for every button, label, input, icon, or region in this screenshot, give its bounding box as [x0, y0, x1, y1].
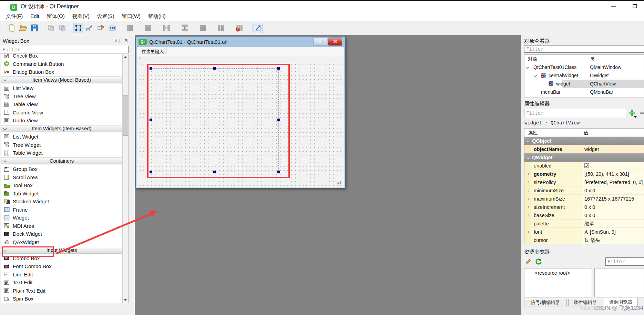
property-row-basesize[interactable]: baseSize0 x 0 [524, 211, 644, 220]
chevron-right-icon[interactable] [527, 189, 529, 192]
chevron-right-icon[interactable] [527, 206, 529, 209]
splitter-vertical-button[interactable] [180, 23, 190, 33]
widget-box-scrollbar[interactable] [122, 54, 128, 303]
inspector-row-widget[interactable]: widgetQChartView [524, 80, 644, 88]
menu-help[interactable]: 帮助(H) [144, 12, 170, 21]
widgetbox-item-tree-view[interactable]: Tree View [1, 92, 122, 101]
widget-box-filter-input[interactable] [1, 46, 129, 53]
reload-resources-button[interactable] [534, 257, 543, 266]
chevron-right-icon[interactable] [527, 214, 529, 217]
form-close-button[interactable]: ✕ [328, 38, 342, 45]
property-value-cell[interactable]: A[SimSun, 9] [582, 228, 644, 236]
chevron-right-icon[interactable] [527, 197, 529, 200]
widgetbox-item-qaxwidget[interactable]: QAxWidget [1, 238, 122, 246]
chevron-right-icon[interactable] [527, 173, 529, 175]
widgetbox-item-line-edit[interactable]: Line Edit [1, 271, 122, 279]
widgetbox-item-dialog-button-box[interactable]: Dialog Button Box [1, 68, 122, 76]
widgetbox-item-text-edit[interactable]: Text Edit [1, 278, 122, 287]
chevron-right-icon[interactable] [527, 181, 529, 184]
scroll-up-button[interactable] [123, 54, 128, 60]
resource-files-pane[interactable] [594, 268, 644, 297]
widgetbox-item-tool-box[interactable]: Tool Box [1, 181, 122, 190]
property-value-cell[interactable]: widget [582, 145, 644, 153]
widgetbox-item-scroll-area[interactable]: Scroll Area [1, 173, 122, 182]
section-header-item-widgets[interactable]: Item Widgets (Item-Based) [1, 125, 122, 133]
resource-filter-input[interactable] [605, 257, 644, 266]
widgetbox-item-undo-view[interactable]: Undo View [1, 116, 122, 125]
remove-property-button[interactable] [640, 112, 644, 114]
widgetbox-item-widget[interactable]: Widget [1, 214, 122, 222]
edit-tab-order-button[interactable]: 123 [107, 23, 117, 33]
layout-horizontal-button[interactable] [125, 23, 135, 33]
property-value-cell[interactable]: 0 x 0 [582, 186, 644, 195]
property-row-palette[interactable]: palette继承 [524, 220, 644, 228]
open-form-button[interactable] [18, 23, 28, 33]
property-row-font[interactable]: fontA[SimSun, 9] [524, 228, 644, 236]
edit-signals-slots-button[interactable] [84, 23, 95, 33]
widgetbox-item-dock-widget[interactable]: Dock Widget [1, 230, 122, 238]
widgetbox-item-frame[interactable]: Frame [1, 206, 122, 214]
save-form-button[interactable] [29, 23, 40, 33]
property-row-maximumsize[interactable]: maximumSize16777215 x 16777215 [524, 195, 644, 203]
widgetbox-item-stacked-widget[interactable]: Stacked Widget [1, 197, 122, 206]
edit-resources-button[interactable] [524, 257, 532, 266]
property-filter-input[interactable] [524, 109, 626, 117]
minimize-button[interactable] [605, 1, 621, 12]
resource-root-item[interactable]: <resource root> [535, 270, 570, 276]
widgetbox-item-plain-text-edit[interactable]: Plain Text Edit [1, 287, 122, 295]
property-value-cell[interactable]: [(50, 20), 441 x 301] [582, 170, 644, 178]
property-value-cell[interactable]: 继承 [582, 220, 644, 228]
layout-form-button[interactable] [216, 23, 226, 33]
chevron-down-icon[interactable] [534, 74, 537, 77]
property-group-qwidget[interactable]: QWidget [524, 153, 644, 162]
section-header-containers[interactable]: Containers [1, 157, 122, 165]
scroll-down-button[interactable] [123, 297, 128, 303]
add-property-button[interactable] [628, 109, 636, 117]
property-value-cell[interactable]: [Preferred, Preferred, 0, 0] [582, 178, 644, 186]
checkbox-checked[interactable] [584, 163, 589, 168]
property-row-geometry[interactable]: geometry[(50, 20), 441 x 301] [524, 170, 644, 178]
splitter-horizontal-button[interactable] [161, 23, 172, 33]
layout-vertical-button[interactable] [143, 23, 153, 33]
resource-tree-pane[interactable]: <resource root> [524, 268, 592, 297]
widgetbox-item-table-widget[interactable]: Table Widget [1, 149, 122, 157]
property-value-cell[interactable]: 0 x 0 [582, 211, 644, 220]
widgetbox-item-font-combo-box[interactable]: Font Combo Box [1, 262, 122, 271]
resize-grip[interactable] [337, 181, 341, 184]
new-form-button[interactable] [7, 23, 17, 33]
property-value-cell[interactable] [582, 162, 644, 170]
section-header-item-views[interactable]: Item Views (Model-Based) [1, 76, 122, 84]
edit-buddies-button[interactable] [96, 23, 106, 33]
menu-window[interactable]: 窗口(W) [118, 12, 144, 21]
inspector-row-qtcharttest01class[interactable]: QtChartTest01ClassQMainWindow [524, 63, 644, 71]
property-value-cell[interactable]: 16777215 x 16777215 [582, 195, 644, 203]
float-panel-button[interactable] [114, 37, 121, 43]
property-row-enabled[interactable]: enabled [524, 162, 644, 170]
chevron-right-icon[interactable] [527, 231, 529, 233]
menu-form[interactable]: 窗体(O) [43, 12, 69, 21]
property-row-minimumsize[interactable]: minimumSize0 x 0 [524, 186, 644, 195]
scrollbar-thumb[interactable] [123, 95, 128, 136]
inspector-row-centralwidget[interactable]: centralWidgetQWidget [524, 71, 644, 80]
tile-windows-button[interactable] [57, 23, 67, 33]
cascade-windows-button[interactable] [45, 23, 56, 33]
widgetbox-item-list-widget[interactable]: List Widget [1, 133, 122, 141]
property-row-cursor[interactable]: cursor 箭头 [524, 236, 644, 244]
chevron-down-icon[interactable] [526, 65, 530, 69]
layout-grid-button[interactable] [198, 23, 208, 33]
adjust-size-button[interactable] [253, 23, 263, 33]
widgetbox-item-tab-widget[interactable]: Tab Widget [1, 190, 122, 198]
widgetbox-item-spin-box[interactable]: Spin Box [1, 295, 122, 303]
property-row-sizepolicy[interactable]: sizePolicy[Preferred, Preferred, 0, 0] [524, 178, 644, 186]
widgetbox-item-table-view[interactable]: Table View [1, 100, 122, 109]
property-value-cell[interactable]: 0 x 0 [582, 203, 644, 211]
form-minimize-button[interactable] [313, 38, 327, 45]
property-row-sizeincrement[interactable]: sizeIncrement0 x 0 [524, 203, 644, 211]
widgetbox-item-mdi-area[interactable]: MDI Area [1, 222, 122, 230]
type-here-menu-button[interactable]: 在这里输入 [139, 48, 166, 55]
break-layout-button[interactable] [234, 23, 245, 33]
inspector-row-menubar[interactable]: menuBarQMenuBar [524, 88, 644, 96]
form-titlebar[interactable]: Qt QtChartTest01 - QtChartTest01.ui* ✕ [136, 37, 345, 47]
property-group-qobject[interactable]: QObject [524, 137, 644, 145]
property-value-cell[interactable]: 箭头 [582, 236, 644, 244]
